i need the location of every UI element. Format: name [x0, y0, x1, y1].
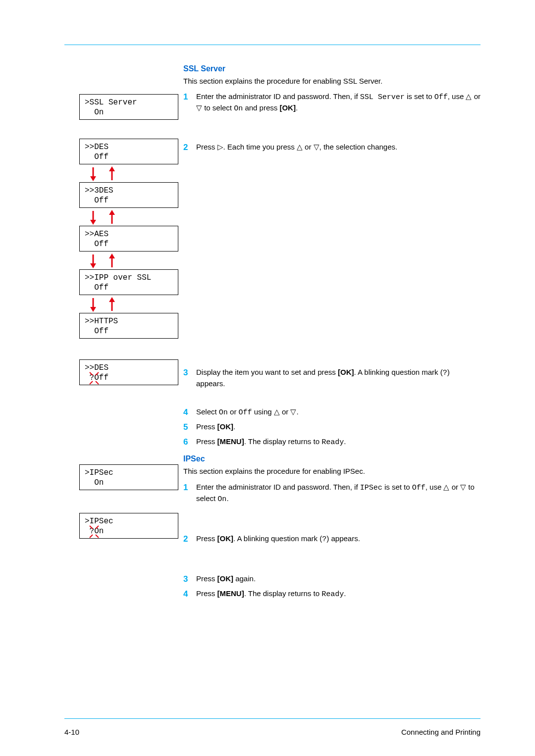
rule-bottom — [64, 718, 481, 719]
lcd-aes: >>AES Off — [79, 226, 178, 252]
step-number: 5 — [183, 421, 196, 433]
lcd-des-blink: >>DES ?Off — [79, 359, 178, 385]
step-text: Enter the administrator ID and password.… — [196, 91, 481, 114]
nav-arrows — [79, 209, 178, 226]
arrow-up-icon — [107, 210, 117, 225]
svg-line-22 — [90, 535, 93, 538]
step-2: 2 Press [OK]. A blinking question mark (… — [183, 533, 481, 545]
step-text: Display the item you want to set and pre… — [196, 367, 481, 389]
arrow-up-icon — [107, 253, 117, 268]
footer: 4-10 Connecting and Printing — [64, 728, 481, 736]
lcd-line: >>3DES — [85, 186, 173, 196]
ssl-steps-456: 4 Select On or Off using △ or ▽. 5 Press… — [183, 406, 481, 448]
step-text: Enter the administrator ID and password.… — [196, 482, 481, 504]
svg-line-18 — [90, 381, 93, 384]
content: >SSL Server On >>DES Off >>3DES Off >>AE… — [64, 59, 481, 711]
svg-marker-9 — [90, 263, 96, 268]
lcd-3des: >>3DES Off — [79, 182, 178, 208]
lcd-line: >>DES — [85, 142, 173, 152]
step-1: 1 Enter the administrator ID and passwor… — [183, 482, 481, 504]
svg-marker-7 — [109, 210, 115, 215]
svg-marker-3 — [109, 166, 115, 171]
step-number: 2 — [183, 533, 196, 545]
step-1: 1 Enter the administrator ID and passwor… — [183, 91, 481, 114]
page-number: 4-10 — [64, 728, 79, 736]
arrow-up-icon — [107, 297, 117, 312]
lcd-line: Off — [85, 152, 173, 162]
step-number: 6 — [183, 436, 196, 448]
ssl-steps: 1 Enter the administrator ID and passwor… — [183, 91, 481, 114]
nav-arrows — [79, 252, 178, 269]
nav-arrows — [79, 165, 178, 182]
lcd-line: Off — [85, 326, 173, 336]
step-3: 3 Display the item you want to set and p… — [183, 367, 481, 389]
step-number: 4 — [183, 406, 196, 418]
step-6: 6 Press [MENU]. The display returns to R… — [183, 436, 481, 448]
lcd-line: Off — [85, 239, 173, 249]
step-number: 3 — [183, 367, 196, 379]
step-number: 4 — [183, 588, 196, 600]
step-text: Press [OK] again. — [196, 573, 481, 584]
lcd-https: >>HTTPS Off — [79, 313, 178, 339]
step-text: Select On or Off using △ or ▽. — [196, 406, 481, 418]
intro-text: This section explains the procedure for … — [183, 466, 481, 476]
lcd-line: >>AES — [85, 229, 173, 239]
step-number: 1 — [183, 91, 196, 103]
lcd-line: On — [85, 107, 173, 117]
step-text: Press ▷. Each time you press △ or ▽, the… — [196, 142, 481, 152]
svg-line-20 — [90, 526, 93, 529]
ipsec-steps-34: 3 Press [OK] again. 4 Press [MENU]. The … — [183, 573, 481, 600]
section-title: Connecting and Printing — [401, 728, 481, 736]
svg-marker-5 — [90, 220, 96, 225]
lcd-line: Off — [85, 196, 173, 205]
arrow-down-icon — [88, 210, 98, 225]
lcd-line: On — [85, 478, 173, 488]
arrow-down-icon — [88, 297, 98, 312]
step-number: 3 — [183, 573, 196, 585]
lcd-ipp-over-ssl: >>IPP over SSL Off — [79, 269, 178, 295]
nav-arrows — [79, 296, 178, 313]
step-number: 1 — [183, 482, 196, 494]
svg-marker-11 — [109, 253, 115, 258]
step-text: Press [MENU]. The display returns to Rea… — [196, 588, 481, 600]
lcd-ssl-server: >SSL Server On — [79, 94, 178, 120]
arrow-down-icon — [88, 253, 98, 268]
lcd-line: >>IPP over SSL — [85, 273, 173, 283]
lcd-ipsec-blink: >IPSec ?On — [79, 513, 178, 539]
lcd-line: >SSL Server — [85, 98, 173, 107]
blink-marks-icon — [87, 369, 102, 386]
step-2: 2 Press ▷. Each time you press △ or ▽, t… — [183, 142, 481, 153]
lcd-line: >>HTTPS — [85, 316, 173, 326]
ipsec-steps-2: 2 Press [OK]. A blinking question mark (… — [183, 533, 481, 545]
step-text: Press [OK]. — [196, 421, 481, 432]
svg-line-23 — [96, 535, 99, 538]
svg-line-19 — [96, 381, 99, 384]
step-4: 4 Select On or Off using △ or ▽. — [183, 406, 481, 418]
step-5: 5 Press [OK]. — [183, 421, 481, 433]
lcd-des: >>DES Off — [79, 139, 178, 164]
svg-marker-13 — [90, 307, 96, 312]
lcd-line: Off — [85, 283, 173, 293]
rule-top — [64, 45, 481, 45]
svg-marker-15 — [109, 297, 115, 302]
intro-text: This section explains the procedure for … — [183, 76, 481, 86]
step-text: Press [OK]. A blinking question mark (?)… — [196, 533, 481, 545]
arrow-up-icon — [107, 166, 117, 181]
page: >SSL Server On >>DES Off >>3DES Off >>AE… — [0, 0, 535, 756]
heading-ssl-server: SSL Server — [183, 64, 481, 73]
lcd-line: >IPSec — [85, 468, 173, 478]
step-4: 4 Press [MENU]. The display returns to R… — [183, 588, 481, 600]
ssl-steps-3: 3 Display the item you want to set and p… — [183, 367, 481, 389]
ssl-steps-2: 2 Press ▷. Each time you press △ or ▽, t… — [183, 142, 481, 153]
svg-line-17 — [96, 372, 99, 375]
heading-ipsec: IPSec — [183, 454, 481, 463]
blink-marks-icon — [87, 523, 102, 540]
step-text: Press [MENU]. The display returns to Rea… — [196, 436, 481, 448]
step-3: 3 Press [OK] again. — [183, 573, 481, 585]
ipsec-steps-1: 1 Enter the administrator ID and passwor… — [183, 482, 481, 504]
lcd-ipsec: >IPSec On — [79, 464, 178, 490]
svg-marker-1 — [90, 176, 96, 181]
arrow-down-icon — [88, 166, 98, 181]
svg-line-21 — [96, 526, 99, 529]
step-number: 2 — [183, 142, 196, 153]
